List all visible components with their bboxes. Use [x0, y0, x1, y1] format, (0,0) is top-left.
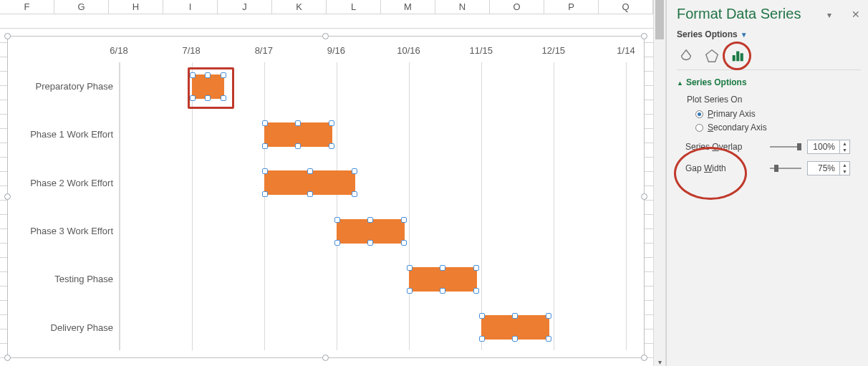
- primary-axis-radio[interactable]: Primary Axis: [695, 109, 861, 119]
- data-bar[interactable]: [264, 170, 355, 195]
- bar-selection-handle[interactable]: [440, 288, 445, 294]
- data-bar[interactable]: [337, 219, 405, 244]
- annotation-red-circle: [723, 42, 751, 70]
- category-label: Preparatory Phase: [8, 62, 113, 110]
- x-tick-label: 9/16: [327, 45, 345, 56]
- bar-selection-handle[interactable]: [512, 336, 518, 342]
- y-axis-labels: Preparatory PhasePhase 1 Work EffortPhas…: [8, 62, 119, 350]
- spin-up-icon[interactable]: ▲: [840, 140, 849, 147]
- scroll-thumb[interactable]: [655, 0, 664, 39]
- data-bar[interactable]: [481, 315, 549, 339]
- secondary-axis-radio[interactable]: Secondary Axis: [695, 122, 861, 133]
- bar-selection-handle[interactable]: [479, 313, 485, 319]
- column-header[interactable]: M: [381, 0, 435, 14]
- plot-series-on-label: Plot Series On: [687, 95, 861, 105]
- chart-object[interactable]: 6/187/188/179/1610/1611/1512/151/14 Prep…: [7, 36, 645, 358]
- category-label: Phase 3 Work Effort: [8, 207, 113, 255]
- gantt-chart: 6/187/188/179/1610/1611/1512/151/14 Prep…: [8, 37, 644, 357]
- bar-selection-handle[interactable]: [262, 143, 268, 149]
- column-header[interactable]: N: [435, 0, 490, 14]
- annotation-red-circle: [674, 147, 747, 200]
- series-overlap-slider[interactable]: [770, 143, 801, 151]
- series-options-section[interactable]: ▲Series Options: [677, 77, 861, 87]
- x-tick-label: 11/15: [469, 45, 493, 56]
- category-label: Testing Phase: [8, 255, 113, 303]
- x-tick-label: 10/16: [397, 45, 420, 56]
- radio-icon: [695, 124, 703, 132]
- radio-icon: [695, 110, 703, 118]
- bar-selection-handle[interactable]: [479, 336, 485, 342]
- bar-selection-handle[interactable]: [262, 120, 268, 126]
- bar-selection-handle[interactable]: [352, 191, 357, 197]
- category-label: Phase 1 Work Effort: [8, 110, 113, 158]
- column-header[interactable]: L: [327, 0, 381, 14]
- column-header[interactable]: K: [272, 0, 327, 14]
- x-tick-label: 1/14: [617, 45, 635, 56]
- column-headers: FGHIJKLMNOPQ: [0, 0, 653, 14]
- bar-selection-handle[interactable]: [512, 313, 518, 319]
- data-bar[interactable]: [409, 267, 477, 292]
- bar-selection-handle[interactable]: [329, 143, 334, 149]
- bar-selection-handle[interactable]: [546, 336, 551, 342]
- x-tick-label: 12/15: [542, 45, 566, 56]
- spin-down-icon[interactable]: ▼: [840, 168, 849, 175]
- bar-selection-handle[interactable]: [401, 240, 407, 246]
- series-options-dropdown[interactable]: Series Options▼: [677, 29, 861, 39]
- bar-selection-handle[interactable]: [367, 240, 373, 246]
- vertical-scrollbar[interactable]: ▴ ▾: [653, 0, 666, 366]
- bar-selection-handle[interactable]: [295, 143, 301, 149]
- annotation-red-box: [188, 67, 234, 109]
- spin-down-icon[interactable]: ▼: [840, 147, 849, 153]
- column-header[interactable]: F: [0, 0, 54, 14]
- worksheet-area[interactable]: FGHIJKLMNOPQ 6/187/188/179/1610/1611/151…: [0, 0, 653, 366]
- scroll-down-icon[interactable]: ▾: [654, 358, 665, 366]
- bar-selection-handle[interactable]: [440, 265, 445, 271]
- format-pane: Format Data Series ▾ ✕ Series Options▼: [666, 0, 868, 366]
- spin-up-icon[interactable]: ▲: [840, 162, 849, 168]
- column-header[interactable]: Q: [599, 0, 653, 14]
- bar-selection-handle[interactable]: [401, 217, 407, 223]
- bar-selection-handle[interactable]: [546, 313, 551, 319]
- bar-selection-handle[interactable]: [334, 240, 340, 246]
- bar-selection-handle[interactable]: [334, 217, 340, 223]
- bar-selection-handle[interactable]: [295, 120, 301, 126]
- data-bar[interactable]: [264, 122, 332, 147]
- x-tick-label: 8/17: [255, 45, 273, 56]
- bar-selection-handle[interactable]: [307, 168, 313, 174]
- gap-width-slider[interactable]: [770, 164, 801, 173]
- gridline: [626, 62, 627, 350]
- column-header[interactable]: H: [109, 0, 163, 14]
- svg-marker-0: [706, 50, 718, 62]
- x-axis-labels: 6/187/188/179/1610/1611/1512/151/14: [119, 45, 626, 58]
- fill-line-icon[interactable]: [677, 47, 695, 65]
- bar-selection-handle[interactable]: [407, 265, 413, 271]
- app-root: FGHIJKLMNOPQ 6/187/188/179/1610/1611/151…: [0, 0, 868, 366]
- bar-selection-handle[interactable]: [407, 288, 413, 294]
- bar-selection-handle[interactable]: [352, 168, 357, 174]
- x-tick-label: 6/18: [110, 45, 127, 56]
- pane-title: Format Data Series: [677, 6, 801, 22]
- pane-menu-icon[interactable]: ▾: [824, 10, 834, 20]
- column-header[interactable]: O: [490, 0, 544, 14]
- column-header[interactable]: G: [54, 0, 109, 14]
- column-header[interactable]: J: [218, 0, 272, 14]
- column-header[interactable]: P: [544, 0, 599, 14]
- bar-selection-handle[interactable]: [367, 217, 373, 223]
- x-tick-label: 7/18: [182, 45, 200, 56]
- gap-width-input[interactable]: 75% ▲▼: [807, 161, 850, 175]
- close-icon[interactable]: ✕: [851, 9, 861, 20]
- bar-selection-handle[interactable]: [473, 288, 479, 294]
- series-overlap-input[interactable]: 100% ▲▼: [807, 140, 850, 154]
- option-category-icons: [677, 47, 861, 70]
- bar-selection-handle[interactable]: [262, 168, 268, 174]
- category-label: Phase 2 Work Effort: [8, 159, 113, 207]
- effects-icon[interactable]: [703, 47, 721, 65]
- column-header[interactable]: I: [163, 0, 218, 14]
- bar-selection-handle[interactable]: [307, 191, 313, 197]
- bar-selection-handle[interactable]: [329, 120, 334, 126]
- bar-selection-handle[interactable]: [473, 265, 479, 271]
- bar-selection-handle[interactable]: [262, 191, 268, 197]
- category-label: Delivery Phase: [8, 304, 113, 352]
